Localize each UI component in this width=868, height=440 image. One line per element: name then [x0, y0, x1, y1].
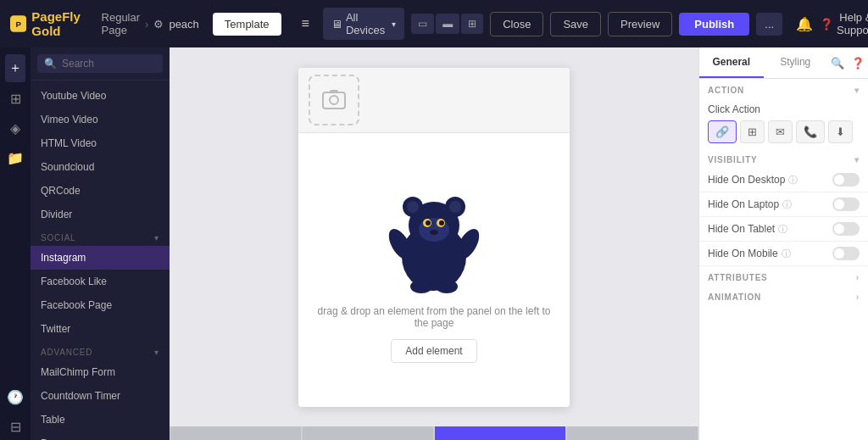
svg-point-16 [430, 230, 438, 235]
add-element-icon-btn[interactable]: ＋ [5, 54, 25, 82]
shapes-icon-btn[interactable]: ◈ [7, 115, 24, 142]
phone-action-btn[interactable]: 📞 [796, 120, 825, 143]
folder-icon-btn[interactable]: 📁 [3, 145, 27, 171]
info-icon-desktop[interactable]: ⓘ [788, 174, 798, 187]
section-label: ADVANCED [41, 348, 92, 357]
layout-toggles: ▭ ▬ ⊞ [411, 14, 483, 34]
close-button[interactable]: Close [490, 12, 543, 36]
animation-chevron-icon: › [856, 292, 860, 302]
hide-desktop-toggle[interactable] [832, 173, 860, 187]
svg-point-15 [439, 220, 444, 226]
action-section-label: ACTION [708, 86, 744, 95]
publish-button[interactable]: Publish [679, 13, 749, 36]
hide-mobile-text: Hide On Mobile [708, 248, 778, 259]
hide-mobile-toggle[interactable] [832, 247, 860, 260]
sidebar-list: Youtube Video Vimeo Video HTML Video Sou… [31, 81, 170, 440]
sidebar-item-facebook-like[interactable]: Facebook Like [31, 270, 170, 293]
visibility-chevron-icon: ▾ [854, 155, 860, 164]
hide-tablet-toggle[interactable] [832, 222, 860, 236]
main-layout: ＋ ⊞ ◈ 📁 🕐 ⊟ 🔍 Youtube Video Vimeo Video … [0, 47, 868, 440]
sidebar-item-twitter[interactable]: Twitter [31, 317, 170, 341]
bear-illustration [383, 176, 485, 295]
animation-section-label: ANIMATION [708, 292, 761, 302]
layout-toggle-1[interactable]: ▭ [411, 14, 434, 34]
svg-point-3 [330, 96, 338, 104]
visibility-section-header: VISIBILITY ▾ [699, 148, 868, 168]
sidebar-search-area: 🔍 [31, 47, 170, 81]
info-icon-tablet[interactable]: ⓘ [778, 223, 787, 236]
svg-point-10 [449, 201, 461, 213]
preview-button[interactable]: Preview [608, 12, 672, 36]
save-button[interactable]: Save [550, 12, 601, 36]
canvas-frame: drag & drop an element from the panel on… [298, 68, 570, 407]
hide-tablet-text: Hide On Tablet [708, 223, 775, 235]
tab-general[interactable]: General [699, 47, 764, 78]
sidebar-item-divider[interactable]: Divider [31, 203, 170, 226]
devices-dropdown[interactable]: 🖥 All Devices ▾ [323, 8, 404, 40]
action-chevron-icon: ▾ [854, 86, 860, 95]
help-panel-icon[interactable]: ❓ [848, 47, 868, 78]
sidebar-item-table[interactable]: Table [31, 408, 170, 432]
breadcrumb: Regular Page › ⚙ peach [102, 11, 199, 36]
visibility-section-label: VISIBILITY [708, 155, 758, 164]
svg-point-9 [407, 201, 419, 213]
sidebar-section-advanced: ADVANCED ▾ [31, 341, 170, 360]
svg-point-20 [436, 280, 458, 293]
bottom-segment-4 [567, 426, 698, 440]
sidebar-item-soundcloud[interactable]: Soundcloud [31, 155, 170, 179]
layout-action-btn[interactable]: ⊞ [740, 120, 765, 143]
hide-mobile-label: Hide On Mobile ⓘ [708, 248, 791, 260]
sidebar-item-html-video[interactable]: HTML Video [31, 131, 170, 155]
canvas-body: drag & drop an element from the panel on… [298, 133, 570, 407]
layout-toggle-3[interactable]: ⊞ [461, 14, 483, 34]
align-left-button[interactable]: ≡ [295, 13, 316, 35]
sidebar-item-label: Twitter [41, 323, 70, 335]
sidebar-item-label: HTML Video [41, 137, 97, 149]
svg-rect-4 [330, 90, 338, 93]
help-label: Help & Support [837, 11, 868, 36]
camera-icon [321, 87, 347, 113]
sidebar-item-countdown[interactable]: Countdown Timer [31, 384, 170, 408]
help-button[interactable]: ❓ Help & Support [820, 11, 868, 36]
page-name: peach [169, 18, 198, 31]
sidebar-item-qrcode[interactable]: QRCode [31, 179, 170, 203]
layers-icon-btn[interactable]: ⊞ [7, 86, 25, 112]
layout-toggle-2[interactable]: ▬ [436, 14, 459, 34]
logo-icon: P [10, 12, 26, 36]
hide-laptop-toggle[interactable] [832, 198, 860, 211]
canvas-bottom-bar [170, 426, 698, 440]
history-icon-btn[interactable]: 🕐 [3, 384, 27, 410]
animation-section-header: ANIMATION › [699, 286, 868, 305]
download-action-btn[interactable]: ⬇ [828, 120, 853, 143]
search-panel-icon[interactable]: 🔍 [827, 47, 848, 78]
breadcrumb-page[interactable]: Regular Page [102, 11, 141, 36]
sidebar-item-progress[interactable]: Progress [31, 432, 170, 440]
devices-icon: 🖥 [331, 18, 342, 31]
sidebar-item-youtube-video[interactable]: Youtube Video [31, 84, 170, 108]
sidebar-item-label: Soundcloud [41, 161, 94, 173]
email-action-btn[interactable]: ✉ [768, 120, 793, 143]
left-panel: ＋ ⊞ ◈ 📁 🕐 ⊟ 🔍 Youtube Video Vimeo Video … [0, 47, 170, 440]
link-action-btn[interactable]: 🔗 [708, 120, 737, 143]
sidebar-item-instagram[interactable]: Instagram [31, 246, 170, 270]
add-element-button[interactable]: Add element [391, 339, 476, 363]
sidebar-item-facebook-page[interactable]: Facebook Page [31, 293, 170, 317]
grid-icon-btn[interactable]: ⊟ [7, 414, 25, 440]
sidebar-item-vimeo-video[interactable]: Vimeo Video [31, 108, 170, 131]
sidebar-item-label: Vimeo Video [41, 114, 98, 125]
template-button[interactable]: Template [213, 13, 281, 36]
info-icon-laptop[interactable]: ⓘ [782, 198, 792, 211]
sidebar-item-label: Youtube Video [41, 90, 106, 102]
hide-desktop-text: Hide On Desktop [708, 174, 785, 186]
chevron-icon: ▾ [154, 348, 159, 357]
tab-styling[interactable]: Styling [764, 47, 828, 78]
sidebar-item-label: MailChimp Form [41, 366, 115, 378]
sidebar-item-mailchimp[interactable]: MailChimp Form [31, 360, 170, 384]
sidebar-section-social: SOCIAL ▾ [31, 226, 170, 246]
notification-button[interactable]: 🔔 [796, 16, 813, 32]
more-button[interactable]: ... [756, 13, 782, 36]
info-icon-mobile[interactable]: ⓘ [782, 248, 791, 260]
sidebar-item-label: Table [41, 414, 65, 426]
hide-mobile-row: Hide On Mobile ⓘ [699, 242, 868, 266]
search-input[interactable] [62, 58, 156, 70]
